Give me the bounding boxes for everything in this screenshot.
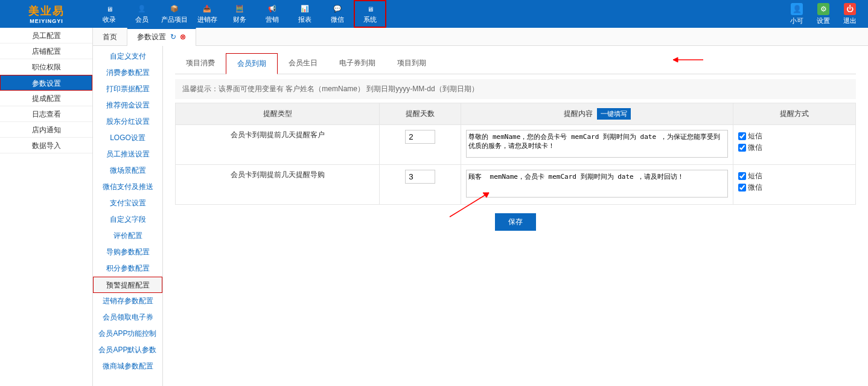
settings-button[interactable]: ⚙ 设置: [810, 0, 837, 28]
sidebar-item-4[interactable]: 提成配置: [0, 91, 92, 106]
topnav-label: 会员: [135, 15, 148, 24]
sms-checkbox[interactable]: [738, 132, 746, 140]
sidebar: 员工配置店铺配置职位权限参数设置提成配置日志查看店内通知数据导入: [0, 28, 93, 386]
subsidebar-item-0[interactable]: 自定义支付: [93, 48, 162, 65]
topnav-icon: 🖥: [365, 4, 375, 14]
subsidebar-item-17[interactable]: 会员APP功能控制: [93, 326, 162, 342]
subsidebar-item-5[interactable]: LOGO设置: [93, 130, 162, 146]
subsidebar-item-1[interactable]: 消费参数配置: [93, 65, 162, 81]
logout-icon: ⏻: [844, 3, 856, 15]
table-row: 会员卡到期提前几天提醒客户尊敬的 memName，您的会员卡号 memCard …: [176, 125, 856, 165]
logo: 美业易 MEIYINGYI: [0, 0, 93, 28]
subsidebar-item-6[interactable]: 员工推送设置: [93, 146, 162, 162]
topnav-icon: 📥: [202, 4, 212, 14]
save-button[interactable]: 保存: [495, 213, 536, 231]
wechat-checkbox[interactable]: [738, 144, 746, 152]
table-row: 会员卡到期提前几天提醒导购顾客 memName，会员卡 memCard 到期时间…: [176, 165, 856, 205]
subtab-0[interactable]: 项目消费: [175, 53, 226, 74]
sidebar-item-3[interactable]: 参数设置: [0, 75, 92, 91]
refresh-icon[interactable]: ↻: [170, 33, 176, 41]
subsidebar-item-3[interactable]: 推荐佣金设置: [93, 97, 162, 114]
subsidebar-item-2[interactable]: 打印票据配置: [93, 81, 162, 97]
fill-button[interactable]: 一键填写: [597, 108, 631, 120]
subsidebar-item-4[interactable]: 股东分红设置: [93, 114, 162, 130]
cell-methods: 短信微信: [733, 125, 856, 165]
topnav-item-8[interactable]: 🖥系统: [354, 0, 386, 28]
subsidebar-item-10[interactable]: 自定义字段: [93, 211, 162, 228]
topnav-icon: 🖥: [104, 4, 115, 14]
sidebar-item-2[interactable]: 职位权限: [0, 59, 92, 75]
topnav-icon: 📦: [169, 4, 180, 14]
subsidebar-item-13[interactable]: 积分参数配置: [93, 260, 162, 277]
tab-home[interactable]: 首页: [93, 28, 127, 46]
wechat-checkbox[interactable]: [738, 184, 746, 191]
content-textarea[interactable]: 顾客 memName，会员卡 memCard 到期时间为 date ，请及时回访…: [466, 170, 728, 198]
subsidebar-item-12[interactable]: 导购参数配置: [93, 244, 162, 260]
subsidebar-item-11[interactable]: 评价配置: [93, 228, 162, 244]
cell-content: 尊敬的 memName，您的会员卡号 memCard 到期时间为 date ，为…: [461, 125, 733, 165]
subtab-1[interactable]: 会员到期: [226, 53, 278, 74]
topnav-icon: 📢: [267, 4, 278, 14]
content-textarea[interactable]: 尊敬的 memName，您的会员卡号 memCard 到期时间为 date ，为…: [466, 130, 728, 158]
subsidebar-item-9[interactable]: 支付宝设置: [93, 195, 162, 211]
topnav-icon: 📊: [299, 4, 310, 14]
table-header-0: 提醒类型: [176, 103, 380, 125]
panel: 项目消费会员到期会员生日电子券到期项目到期 温馨提示：该界面可使用变量有 客户姓…: [163, 46, 868, 386]
subsidebar-item-14[interactable]: 预警提醒配置: [93, 277, 162, 293]
days-input[interactable]: [405, 170, 435, 184]
user-button[interactable]: 👤 小可: [783, 0, 810, 28]
gear-icon: ⚙: [817, 3, 829, 15]
sidebar-item-6[interactable]: 店内通知: [0, 122, 92, 138]
topnav-label: 系统: [363, 15, 377, 24]
tab-strip: 首页 参数设置 ↻ ⊗: [93, 28, 868, 46]
subsidebar-item-15[interactable]: 进销存参数配置: [93, 293, 162, 309]
sub-tabs: 项目消费会员到期会员生日电子券到期项目到期: [175, 53, 856, 74]
sidebar-item-7[interactable]: 数据导入: [0, 138, 92, 153]
topnav-item-5[interactable]: 📢营销: [256, 0, 289, 28]
reminder-table: 提醒类型提醒天数提醒内容 一键填写提醒方式 会员卡到期提前几天提醒客户尊敬的 m…: [175, 103, 856, 205]
subsidebar-item-18[interactable]: 会员APP默认参数: [93, 342, 162, 358]
topnav-item-3[interactable]: 📥进销存: [191, 0, 223, 28]
sms-checkbox[interactable]: [738, 172, 746, 180]
topnav-icon: 🧮: [234, 4, 245, 14]
topnav-item-2[interactable]: 📦产品项目: [158, 0, 191, 28]
subtab-2[interactable]: 会员生日: [278, 53, 328, 74]
logo-sub: MEIYINGYI: [30, 18, 63, 24]
logo-main: 美业易: [28, 4, 65, 18]
days-input[interactable]: [405, 130, 435, 144]
cell-days: [380, 165, 461, 205]
subtab-4[interactable]: 项目到期: [386, 53, 437, 74]
cell-type: 会员卡到期提前几天提醒导购: [176, 165, 380, 205]
topnav-label: 报表: [298, 15, 311, 24]
cell-content: 顾客 memName，会员卡 memCard 到期时间为 date ，请及时回访…: [461, 165, 733, 205]
topnav-label: 营销: [266, 15, 279, 24]
table-header-2: 提醒内容 一键填写: [461, 103, 733, 125]
tab-params[interactable]: 参数设置 ↻ ⊗: [127, 28, 196, 46]
settings-label: 设置: [817, 16, 830, 25]
sidebar-item-1[interactable]: 店铺配置: [0, 43, 92, 59]
topnav-item-1[interactable]: 👤会员: [126, 0, 158, 28]
subsidebar-item-7[interactable]: 微场景配置: [93, 162, 162, 179]
topnav-item-0[interactable]: 🖥收录: [93, 0, 126, 28]
subsidebar-item-8[interactable]: 微信支付及推送: [93, 179, 162, 195]
user-icon: 👤: [791, 3, 803, 15]
tab-params-label: 参数设置: [137, 33, 166, 41]
subsidebar-item-16[interactable]: 会员领取电子券: [93, 309, 162, 326]
top-nav-right: 👤 小可 ⚙ 设置 ⏻ 退出: [783, 0, 868, 28]
sidebar-item-0[interactable]: 员工配置: [0, 28, 92, 43]
table-header-3: 提醒方式: [733, 103, 856, 125]
topnav-item-4[interactable]: 🧮财务: [223, 0, 256, 28]
logout-button[interactable]: ⏻ 退出: [837, 0, 863, 28]
subtab-3[interactable]: 电子券到期: [328, 53, 386, 74]
sub-sidebar: 自定义支付消费参数配置打印票据配置推荐佣金设置股东分红设置LOGO设置员工推送设…: [93, 46, 163, 386]
logout-label: 退出: [843, 16, 857, 25]
topnav-label: 收录: [103, 15, 116, 24]
cell-methods: 短信微信: [733, 165, 856, 205]
close-icon[interactable]: ⊗: [180, 33, 186, 41]
topnav-item-7[interactable]: 💬微信: [321, 0, 354, 28]
subsidebar-item-19[interactable]: 微商城参数配置: [93, 358, 162, 375]
topnav-label: 进销存: [197, 15, 217, 24]
sidebar-item-5[interactable]: 日志查看: [0, 106, 92, 122]
cell-days: [380, 125, 461, 165]
topnav-item-6[interactable]: 📊报表: [289, 0, 321, 28]
